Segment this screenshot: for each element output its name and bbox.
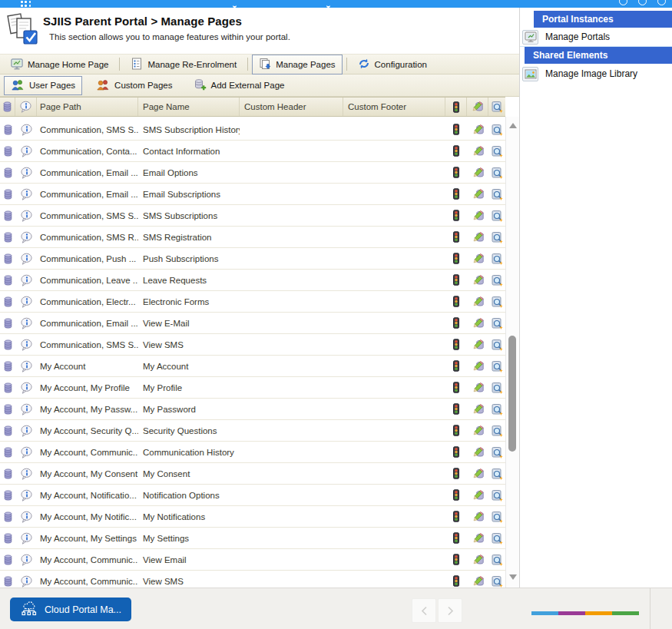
row-info-icon[interactable]: [15, 270, 37, 290]
row-traffic-light-icon[interactable]: [445, 485, 467, 505]
column-custom-footer[interactable]: Custom Footer: [343, 98, 445, 116]
column-edit-icon[interactable]: [467, 98, 488, 116]
table-row[interactable]: My Account, My Passw... My Password: [0, 399, 505, 420]
row-traffic-light-icon[interactable]: [445, 291, 467, 312]
column-info-icon[interactable]: [15, 98, 37, 116]
tab-manage-pages[interactable]: Manage Pages: [252, 55, 342, 74]
scroll-up-icon[interactable]: [509, 123, 517, 128]
column-preview-icon[interactable]: [488, 98, 505, 116]
row-preview-icon[interactable]: [488, 420, 505, 441]
scrollbar-thumb[interactable]: [508, 336, 516, 452]
row-edit-icon[interactable]: [467, 377, 488, 398]
row-preview-icon[interactable]: [488, 356, 505, 376]
column-custom-header[interactable]: Custom Header: [240, 98, 343, 116]
row-edit-icon[interactable]: [467, 119, 488, 140]
table-row[interactable]: Communication, Email ... View E-Mail: [0, 313, 505, 334]
row-preview-icon[interactable]: [488, 248, 505, 269]
row-traffic-light-icon[interactable]: [445, 356, 467, 376]
row-preview-icon[interactable]: [488, 377, 505, 398]
row-edit-icon[interactable]: [467, 334, 488, 355]
row-preview-icon[interactable]: [488, 442, 505, 462]
row-info-icon[interactable]: [15, 571, 37, 588]
row-info-icon[interactable]: [15, 485, 37, 505]
scroll-down-icon[interactable]: [509, 574, 517, 580]
row-edit-icon[interactable]: [467, 420, 488, 441]
row-traffic-light-icon[interactable]: [445, 549, 467, 570]
row-edit-icon[interactable]: [467, 506, 488, 527]
row-preview-icon[interactable]: [488, 184, 505, 204]
row-preview-icon[interactable]: [488, 141, 505, 161]
row-traffic-light-icon[interactable]: [445, 528, 467, 548]
row-preview-icon[interactable]: [488, 506, 505, 527]
row-info-icon[interactable]: [15, 184, 37, 204]
row-traffic-light-icon[interactable]: [445, 227, 467, 247]
table-row[interactable]: Communication, Email ... Email Options: [0, 162, 505, 184]
row-preview-icon[interactable]: [488, 119, 505, 140]
row-info-icon[interactable]: [15, 291, 37, 312]
row-info-icon[interactable]: [15, 549, 37, 570]
row-preview-icon[interactable]: [488, 205, 505, 226]
sidebar-item-manage-image-library[interactable]: Manage Image Library: [520, 64, 672, 84]
row-edit-icon[interactable]: [467, 227, 488, 247]
row-preview-icon[interactable]: [488, 549, 505, 570]
table-row[interactable]: My Account, My Consent My Consent: [0, 463, 505, 485]
column-page-name[interactable]: Page Name: [138, 98, 240, 116]
row-info-icon[interactable]: [15, 119, 37, 140]
row-traffic-light-icon[interactable]: [445, 205, 467, 226]
row-edit-icon[interactable]: [467, 356, 488, 376]
row-info-icon[interactable]: [15, 227, 37, 247]
row-traffic-light-icon[interactable]: [445, 420, 467, 441]
row-info-icon[interactable]: [15, 205, 37, 226]
row-preview-icon[interactable]: [488, 485, 505, 505]
row-info-icon[interactable]: [15, 420, 37, 441]
table-row[interactable]: Communication, SMS S... SMS Subscription…: [0, 205, 505, 227]
row-preview-icon[interactable]: [488, 528, 505, 548]
table-row[interactable]: My Account, My Settings My Settings: [0, 528, 505, 549]
table-row[interactable]: My Account, Notificatio... Notification …: [0, 485, 505, 506]
row-edit-icon[interactable]: [467, 313, 488, 333]
table-row[interactable]: Communication, Email ... Email Subscript…: [0, 184, 505, 205]
row-info-icon[interactable]: [15, 162, 37, 183]
row-info-icon[interactable]: [15, 141, 37, 161]
pager-next-button[interactable]: [438, 598, 462, 623]
account-circle-icon[interactable]: [657, 0, 666, 5]
tab-manage-re-enrolment[interactable]: Manage Re-Enrolment: [124, 55, 243, 74]
row-info-icon[interactable]: [15, 528, 37, 548]
table-row[interactable]: My Account, Communic... Communication Hi…: [0, 442, 505, 463]
grid-menu-icon[interactable]: [21, 1, 31, 7]
sidebar-item-manage-portals[interactable]: Manage Portals: [520, 28, 672, 47]
row-traffic-light-icon[interactable]: [445, 571, 467, 588]
row-traffic-light-icon[interactable]: [445, 270, 467, 290]
row-edit-icon[interactable]: [467, 463, 488, 484]
row-traffic-light-icon[interactable]: [445, 506, 467, 527]
row-edit-icon[interactable]: [467, 270, 488, 290]
row-preview-icon[interactable]: [488, 270, 505, 290]
row-traffic-light-icon[interactable]: [445, 334, 467, 355]
row-traffic-light-icon[interactable]: [445, 248, 467, 269]
help-circle-icon[interactable]: [619, 0, 627, 5]
row-traffic-light-icon[interactable]: [445, 184, 467, 204]
table-row[interactable]: My Account, Communic... View SMS: [0, 571, 505, 588]
row-edit-icon[interactable]: [467, 162, 488, 183]
pager-prev-button[interactable]: [412, 598, 436, 623]
table-row[interactable]: My Account, My Notific... My Notificatio…: [0, 506, 505, 528]
row-edit-icon[interactable]: [467, 291, 488, 312]
row-preview-icon[interactable]: [488, 399, 505, 419]
table-row[interactable]: My Account, Security Q... Security Quest…: [0, 420, 505, 442]
row-info-icon[interactable]: [15, 506, 37, 527]
row-traffic-light-icon[interactable]: [445, 442, 467, 462]
column-page-path[interactable]: Page Path: [37, 98, 138, 116]
tab-user-pages[interactable]: User Pages: [4, 76, 82, 95]
row-edit-icon[interactable]: [467, 184, 488, 204]
column-traffic-light-icon[interactable]: [445, 98, 467, 116]
row-preview-icon[interactable]: [488, 162, 505, 183]
row-edit-icon[interactable]: [467, 528, 488, 548]
row-info-icon[interactable]: [15, 463, 37, 484]
row-edit-icon[interactable]: [467, 248, 488, 269]
row-info-icon[interactable]: [15, 356, 37, 376]
row-edit-icon[interactable]: [467, 205, 488, 226]
row-info-icon[interactable]: [15, 399, 37, 419]
row-preview-icon[interactable]: [488, 334, 505, 355]
row-preview-icon[interactable]: [488, 463, 505, 484]
row-info-icon[interactable]: [15, 248, 37, 269]
